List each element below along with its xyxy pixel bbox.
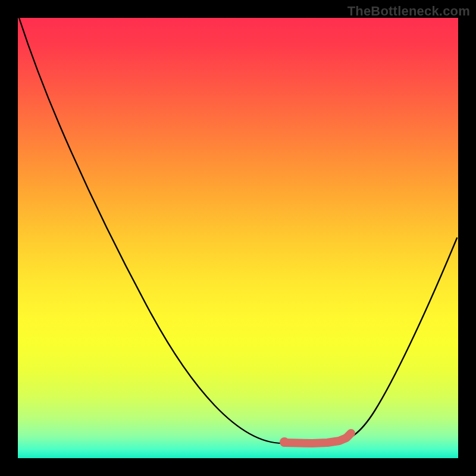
optimal-range-highlight [284,433,351,443]
bottleneck-curve [19,18,457,443]
curve-layer [18,18,458,458]
plot-area [18,18,458,458]
optimal-start-dot [280,437,289,447]
watermark-text: TheBottleneck.com [347,4,470,19]
chart-frame: TheBottleneck.com [0,0,476,476]
